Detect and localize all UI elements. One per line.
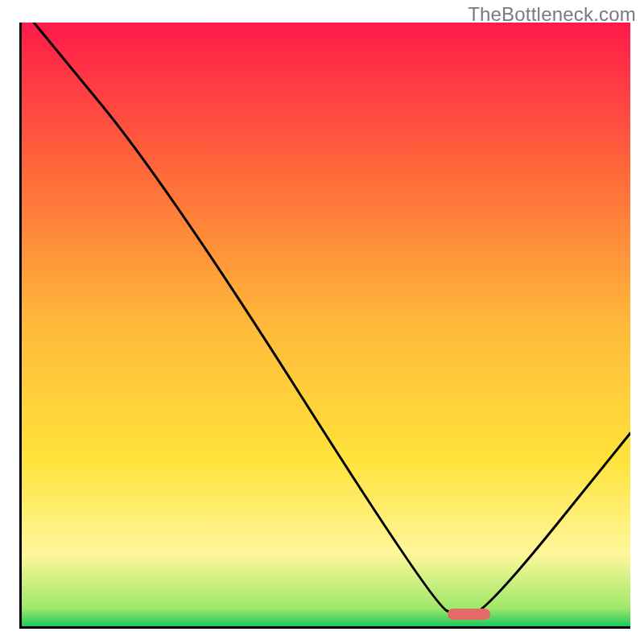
bottleneck-curve bbox=[34, 23, 630, 614]
optimal-marker bbox=[448, 609, 490, 620]
watermark-text: TheBottleneck.com bbox=[468, 3, 636, 26]
chart-container: TheBottleneck.com bbox=[0, 0, 644, 644]
curve-svg bbox=[22, 23, 630, 626]
plot-area bbox=[19, 23, 630, 629]
